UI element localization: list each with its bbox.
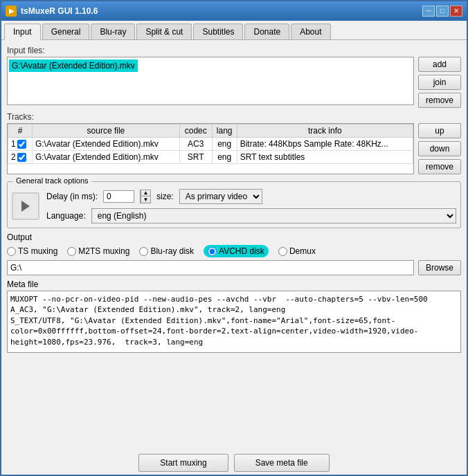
- language-select[interactable]: eng (English): [91, 208, 456, 223]
- tracks-container: # source file codec lang track info: [7, 123, 461, 174]
- tracks-label: Tracks:: [7, 112, 461, 122]
- save-meta-button[interactable]: Save meta file: [234, 454, 330, 472]
- svg-marker-0: [21, 201, 30, 212]
- track-buttons: up down remove: [418, 123, 461, 174]
- output-label: Output: [7, 232, 461, 242]
- track-options-legend: General track options: [13, 176, 91, 185]
- minimize-button[interactable]: ─: [422, 6, 435, 17]
- mode-demux: Demux: [278, 246, 316, 256]
- col-codec: codec: [179, 125, 212, 138]
- delay-row: Delay (in ms): ▲ ▼ size:: [46, 189, 456, 204]
- row2-num: 2: [8, 151, 33, 164]
- input-buttons: add join remove: [418, 57, 461, 108]
- language-label: Language:: [46, 211, 86, 221]
- output-section: Output TS muxing M2TS muxing Blu-ray dis…: [7, 232, 461, 275]
- row2-lang: eng: [212, 151, 237, 164]
- row1-info: Bitrate: 448Kbps Sample Rate: 48KHz...: [237, 138, 413, 151]
- delay-input[interactable]: [103, 190, 134, 203]
- close-button[interactable]: ✕: [450, 6, 462, 17]
- tracks-table-wrapper: # source file codec lang track info: [7, 123, 414, 174]
- main-window: ▶ tsMuxeR GUI 1.10.6 ─ □ ✕ Input General…: [0, 0, 468, 476]
- tracks-section: Tracks: # source file codec lang track i…: [7, 112, 461, 174]
- window-controls: ─ □ ✕: [422, 6, 462, 17]
- row2-source: G:\Avatar (Extended Edition).mkv: [32, 151, 179, 164]
- mode-bluray-label: Blu-ray disk: [150, 246, 194, 256]
- tab-bar: Input General Blu-ray Split & cut Subtit…: [1, 21, 467, 40]
- add-button[interactable]: add: [418, 57, 461, 72]
- start-muxing-button[interactable]: Start muxing: [138, 454, 228, 472]
- main-content: Input files: G:\Avatar (Extended Edition…: [1, 40, 467, 448]
- meta-textarea[interactable]: [7, 291, 461, 353]
- row1-checkbox[interactable]: [17, 140, 26, 149]
- radio-bluray[interactable]: [139, 247, 148, 256]
- tab-bluray[interactable]: Blu-ray: [91, 24, 135, 39]
- table-row[interactable]: 2 G:\Avatar (Extended Edition).mkv SRT e…: [8, 151, 413, 164]
- browse-button[interactable]: Browse: [418, 260, 461, 275]
- input-file-item[interactable]: G:\Avatar (Extended Edition).mkv: [9, 60, 138, 72]
- maximize-button[interactable]: □: [436, 6, 449, 17]
- remove-input-button[interactable]: remove: [418, 93, 461, 108]
- delay-down[interactable]: ▼: [141, 196, 150, 203]
- col-lang: lang: [212, 125, 237, 138]
- radio-demux[interactable]: [278, 247, 287, 256]
- down-button[interactable]: down: [418, 141, 461, 156]
- row1-source: G:\Avatar (Extended Edition).mkv: [32, 138, 179, 151]
- mode-demux-label: Demux: [289, 246, 316, 256]
- input-files-label: Input files:: [7, 46, 461, 55]
- output-path-row: Browse: [7, 260, 461, 275]
- output-path-input[interactable]: [7, 260, 414, 275]
- footer-buttons: Start muxing Save meta file: [1, 448, 467, 475]
- delay-label: Delay (in ms):: [46, 192, 98, 201]
- output-modes: TS muxing M2TS muxing Blu-ray disk AVCHD…: [7, 245, 461, 257]
- mode-m2ts-label: M2TS muxing: [78, 246, 129, 256]
- tracks-table: # source file codec lang track info: [8, 124, 413, 164]
- track-options-content: Delay (in ms): ▲ ▼ size:: [12, 186, 456, 223]
- row1-codec: AC3: [179, 138, 212, 151]
- row2-checkbox[interactable]: [17, 153, 26, 162]
- meta-file-section: Meta file: [7, 280, 461, 443]
- mode-m2ts: M2TS muxing: [67, 246, 129, 256]
- size-label: size:: [156, 192, 174, 201]
- row1-lang: eng: [212, 138, 237, 151]
- tab-donate[interactable]: Donate: [244, 24, 289, 39]
- up-button[interactable]: up: [418, 123, 461, 138]
- delay-spinner: ▲ ▼: [140, 190, 151, 203]
- mode-avchd-label: AVCHD disk: [219, 246, 264, 256]
- title-bar: ▶ tsMuxeR GUI 1.10.6 ─ □ ✕: [1, 1, 467, 21]
- input-files-row: G:\Avatar (Extended Edition).mkv add joi…: [7, 57, 461, 108]
- mode-ts: TS muxing: [7, 246, 57, 256]
- tab-about[interactable]: About: [291, 24, 330, 39]
- tab-subtitles[interactable]: Subtitles: [193, 24, 243, 39]
- language-row: Language: eng (English): [46, 208, 456, 223]
- join-button[interactable]: join: [418, 75, 461, 90]
- input-files-section: Input files: G:\Avatar (Extended Edition…: [7, 46, 461, 108]
- radio-ts[interactable]: [7, 247, 16, 256]
- col-info: track info: [237, 125, 413, 138]
- row2-info: SRT text subtitles: [237, 151, 413, 164]
- tab-splitcut[interactable]: Split & cut: [136, 24, 192, 39]
- input-files-list[interactable]: G:\Avatar (Extended Edition).mkv: [7, 57, 414, 105]
- delay-up[interactable]: ▲: [141, 190, 150, 196]
- media-icon: [12, 192, 39, 220]
- track-options-panel: General track options Delay (in ms): ▲: [7, 181, 461, 228]
- row2-codec: SRT: [179, 151, 212, 164]
- col-num: #: [8, 125, 33, 138]
- tab-input[interactable]: Input: [4, 24, 41, 40]
- table-row[interactable]: 1 G:\Avatar (Extended Edition).mkv AC3 e…: [8, 138, 413, 151]
- radio-m2ts[interactable]: [67, 247, 76, 256]
- app-icon: ▶: [6, 6, 17, 17]
- remove-track-button[interactable]: remove: [418, 159, 461, 174]
- mode-avchd: AVCHD disk: [204, 245, 269, 257]
- tab-general[interactable]: General: [42, 24, 90, 39]
- mode-bluray: Blu-ray disk: [139, 246, 194, 256]
- meta-label: Meta file: [7, 280, 461, 289]
- size-select[interactable]: As primary videoCustom: [179, 189, 262, 204]
- row1-num: 1: [8, 138, 33, 151]
- col-source: source file: [32, 125, 179, 138]
- radio-avchd[interactable]: [208, 247, 217, 256]
- mode-ts-label: TS muxing: [18, 246, 57, 256]
- window-title: tsMuxeR GUI 1.10.6: [21, 6, 98, 16]
